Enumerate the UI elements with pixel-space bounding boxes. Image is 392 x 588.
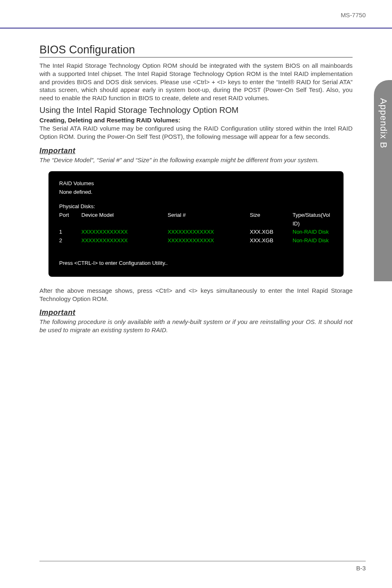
- cell-port: 2: [59, 237, 81, 245]
- console-header-size: Size: [250, 211, 293, 228]
- spacer: [59, 197, 333, 202]
- console-header-serial: Serial #: [168, 211, 250, 228]
- cell-type: Non-RAID Disk: [293, 228, 333, 237]
- cell-serial: XXXXXXXXXXXXX: [168, 228, 250, 237]
- page-number: B-3: [356, 565, 366, 572]
- cell-serial: XXXXXXXXXXXXX: [168, 237, 250, 245]
- important-note-1: The “Device Model”, “Serial #” and “Size…: [39, 156, 353, 164]
- subsection-bold: Creating, Deleting and Resetting RAID Vo…: [39, 117, 353, 124]
- console-header-row: Port Device Model Serial # Size Type/Sta…: [59, 211, 333, 228]
- page: MS-7750 Appendix B BIOS Configuration Th…: [0, 0, 392, 588]
- page-footer: B-3: [39, 561, 366, 572]
- subsection-title: Using the Intel Rapid Storage Technology…: [39, 106, 353, 115]
- cell-size: XXX.XGB: [250, 228, 293, 237]
- section-title: BIOS Configuration: [39, 44, 353, 57]
- important-note-2: The following procedure is only availabl…: [39, 318, 353, 334]
- spacer: [59, 245, 333, 259]
- cell-type: Non-RAID Disk: [293, 237, 333, 245]
- console-header-port: Port: [59, 211, 81, 228]
- table-row: 1 XXXXXXXXXXXXX XXXXXXXXXXXXX XXX.XGB No…: [59, 228, 333, 237]
- doc-id: MS-7750: [0, 11, 366, 18]
- console-raid-volumes-label: RAID Volumes: [59, 179, 333, 188]
- after-console-text: After the above message shows, press <Ct…: [39, 287, 353, 303]
- console-header-model: Device Model: [81, 211, 168, 228]
- console-none-defined: None defined.: [59, 188, 333, 197]
- section-intro: The Intel Rapid Storage Technology Optio…: [39, 62, 353, 102]
- header-bar: MS-7750: [0, 0, 392, 29]
- content-area: BIOS Configuration The Intel Rapid Stora…: [0, 29, 392, 334]
- console-footer-prompt: Press <CTRL-I> to enter Configuration Ut…: [59, 259, 333, 268]
- cell-port: 1: [59, 228, 81, 237]
- subsection-body: The Serial ATA RAID volume may be config…: [39, 124, 353, 141]
- important-callout-2: Important: [39, 308, 353, 317]
- cell-size: XXX.XGB: [250, 237, 293, 245]
- console-header-type: Type/Status(Vol ID): [293, 211, 333, 228]
- side-tab-label: Appendix B: [374, 80, 389, 149]
- table-row: 2 XXXXXXXXXXXXX XXXXXXXXXXXXX XXX.XGB No…: [59, 237, 333, 245]
- console-physical-disks-label: Physical Disks:: [59, 202, 333, 211]
- cell-model: XXXXXXXXXXXXX: [81, 228, 168, 237]
- side-tab: Appendix B: [374, 80, 392, 281]
- cell-model: XXXXXXXXXXXXX: [81, 237, 168, 245]
- important-callout-1: Important: [39, 147, 353, 155]
- bios-console: RAID Volumes None defined. Physical Disk…: [48, 171, 344, 276]
